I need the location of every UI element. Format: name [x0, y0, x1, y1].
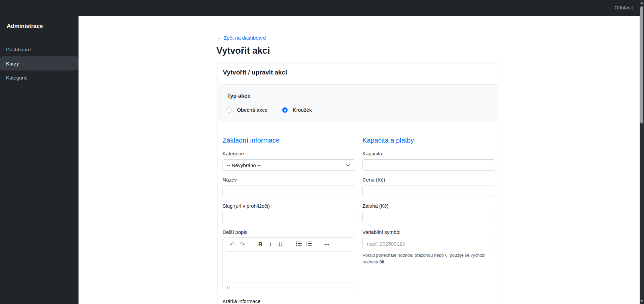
- zaloha-label: Záloha (Kč): [362, 203, 495, 209]
- nazev-input[interactable]: [222, 186, 355, 197]
- sidebar: Administrace Dashboard Kurzy Kategorie: [0, 0, 79, 304]
- variabilni-symbol-label: Variabilní symbol: [362, 229, 495, 236]
- vertical-scrollbar[interactable]: [640, 0, 644, 304]
- radio-unchecked-icon[interactable]: [227, 107, 232, 113]
- basic-info-heading: Základní informace: [222, 136, 355, 145]
- scroll-down-arrow-icon[interactable]: [640, 300, 643, 302]
- app-title: Administrace: [7, 23, 43, 30]
- chevron-down-icon: [346, 163, 351, 168]
- cena-label: Cena (Kč): [362, 176, 495, 183]
- sidebar-item-kurzy[interactable]: Kurzy: [0, 56, 79, 70]
- slug-label: Slug (url v prohlížeči): [222, 203, 355, 209]
- logout-link[interactable]: Odhlásit: [614, 5, 633, 10]
- editor-status-bar: p: [223, 283, 355, 291]
- bold-button[interactable]: B: [256, 241, 264, 249]
- sidebar-nav: Dashboard Kurzy Kategorie: [0, 42, 79, 85]
- back-to-dashboard-link[interactable]: ← Zpět na dashboard: [217, 35, 266, 41]
- type-akce-title: Typ akce: [227, 93, 250, 99]
- bullet-list-icon[interactable]: [295, 241, 303, 249]
- delsi-popis-label: Delší popis: [222, 229, 355, 236]
- more-tools-button[interactable]: •••: [323, 241, 331, 249]
- kategorie-label: Kategorie: [222, 150, 355, 157]
- editor-content[interactable]: [223, 252, 355, 283]
- capacity-payments-column: Kapacita a platby Kapacita Cena (Kč) Zál…: [362, 136, 495, 265]
- card-title: Vytvořit / upravit akci: [223, 69, 287, 76]
- editor-block-type: p: [227, 285, 230, 289]
- radio-krouzek-label: Kroužek: [293, 107, 312, 113]
- radio-krouzek[interactable]: Kroužek: [282, 107, 312, 113]
- help-text-suffix: .: [384, 259, 386, 264]
- slug-input[interactable]: [222, 212, 355, 223]
- page-title: Vytvořit akci: [216, 46, 270, 56]
- numbered-list-icon[interactable]: 1 2 3: [305, 241, 313, 249]
- svg-text:3: 3: [306, 244, 307, 246]
- underline-button[interactable]: U: [277, 241, 285, 249]
- redo-icon[interactable]: ↷: [238, 241, 246, 249]
- topbar: Odhlásit: [0, 0, 644, 16]
- zaloha-input[interactable]: [362, 212, 495, 223]
- rich-text-editor: ↶ ↷ B I U 1 2: [222, 237, 355, 291]
- kategorie-select[interactable]: -- Nevybráno --: [222, 159, 355, 171]
- sidebar-item-dashboard[interactable]: Dashboard: [0, 42, 79, 56]
- sidebar-item-kategorie[interactable]: Kategorie: [0, 70, 79, 85]
- variabilni-symbol-help: Pokud ponecháte hodnotu prázdnou nebo 0,…: [362, 252, 495, 265]
- screen: Odhlásit Administrace Dashboard Kurzy Ka…: [0, 0, 644, 304]
- type-akce-panel: Typ akce Obecná akce Kroužek: [219, 84, 498, 121]
- undo-icon[interactable]: ↶: [228, 241, 236, 249]
- kapacita-label: Kapacita: [362, 150, 495, 157]
- radio-obecna-akce[interactable]: Obecná akce: [227, 107, 267, 113]
- basic-info-column: Základní informace Kategorie -- Nevybrán…: [222, 136, 355, 304]
- kapacita-input[interactable]: [362, 159, 495, 171]
- editor-toolbar: ↶ ↷ B I U 1 2: [223, 238, 355, 251]
- help-text-default-value: 98: [380, 259, 384, 264]
- type-akce-options: Obecná akce Kroužek: [227, 107, 312, 113]
- variabilni-symbol-input[interactable]: [362, 238, 495, 249]
- capacity-payments-heading: Kapacita a platby: [362, 136, 495, 145]
- radio-obecna-akce-label: Obecná akce: [237, 107, 267, 113]
- kategorie-selected-value: -- Nevybráno --: [227, 162, 261, 168]
- radio-checked-icon[interactable]: [282, 107, 288, 113]
- kratka-informace-label: Krátká informace: [222, 298, 355, 304]
- sidebar-divider: [0, 36, 79, 36]
- scrollbar-thumb[interactable]: [640, 6, 643, 123]
- nazev-label: Název: [222, 176, 355, 183]
- italic-button[interactable]: I: [266, 241, 275, 249]
- cena-input[interactable]: [362, 186, 495, 197]
- scroll-up-arrow-icon[interactable]: [640, 2, 643, 4]
